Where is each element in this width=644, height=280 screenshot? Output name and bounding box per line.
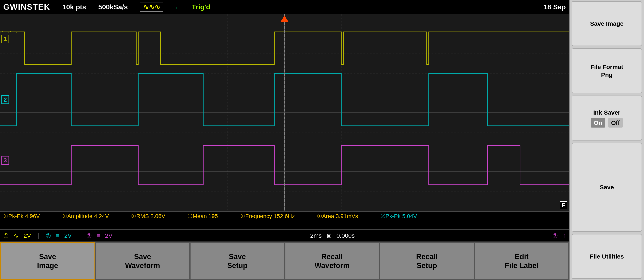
bottom-button-bar: Save Image Save Waveform Save Setup Reca… xyxy=(0,242,569,280)
file-utilities-button[interactable]: File Utilities xyxy=(572,234,642,279)
ch3-scale-value: 2V xyxy=(105,232,112,239)
file-format-label: File Format Png xyxy=(590,63,623,79)
waveform-overlay xyxy=(0,14,569,211)
ch1-scale-value: 2V xyxy=(24,232,31,239)
ch2-scale-icon: ② xyxy=(46,232,51,239)
measurements-bar: ①Pk-Pk 4.96V ①Amplitude 4.24V ①RMS 2.06V… xyxy=(0,211,569,229)
header-bar: GWINSTEK 10k pts 500kSa/s ∿∿∿ ⌐ Trig'd 1… xyxy=(0,0,569,14)
ink-saver-button[interactable]: Ink Saver On Off xyxy=(572,96,642,140)
save-image-button[interactable]: Save Image xyxy=(0,242,95,280)
meas-amplitude: ①Amplitude 4.24V xyxy=(62,213,109,228)
ch2-label: 2 xyxy=(2,95,9,104)
meas-mean: ①Mean 195 xyxy=(188,213,218,228)
file-format-button[interactable]: File Format Png xyxy=(572,48,642,93)
meas-pkpk2: ②Pk-Pk 5.04V xyxy=(380,213,417,228)
waveform-indicator: ∿∿∿ xyxy=(140,2,164,12)
ink-saver-label: Ink Saver xyxy=(593,108,620,116)
ch1-label: 1 xyxy=(2,35,9,43)
ch2-wave-icon: ≡ xyxy=(56,232,60,239)
trig-status: Trig'd xyxy=(192,3,210,11)
ch3-label: 3 xyxy=(2,156,9,165)
scale-bar: ① ∿ 2V | ② ≡ 2V | ③ ≡ 2V 2ms ⊠ 0.000s ③ … xyxy=(0,229,569,242)
save-right-label: Save xyxy=(600,183,614,191)
time-delay-icon: ⊠ xyxy=(326,232,332,239)
trig-icon: ⌐ xyxy=(176,3,180,11)
sample-rate-display: 500kSa/s xyxy=(98,3,128,11)
ink-off-option[interactable]: Off xyxy=(608,118,623,128)
meas-area: ①Area 3.91mVs xyxy=(317,213,358,228)
save-waveform-button[interactable]: Save Waveform xyxy=(95,242,190,280)
ch3-wave-icon: ≡ xyxy=(97,232,100,239)
trig-direction-icon: ↑ xyxy=(563,232,566,239)
ch3-scale-icon: ③ xyxy=(86,232,92,239)
save-image-right-button[interactable]: Save Image xyxy=(572,1,642,46)
ch1-wave-icon: ∿ xyxy=(14,232,19,239)
right-panel: Save Image File Format Png Ink Saver On … xyxy=(569,0,644,280)
meas-pkpk1: ①Pk-Pk 4.96V xyxy=(3,213,40,228)
ink-saver-options: On Off xyxy=(591,118,623,128)
file-utilities-label: File Utilities xyxy=(590,253,624,260)
meas-freq: ①Frequency 152.6Hz xyxy=(240,213,295,228)
meas-rms: ①RMS 2.06V xyxy=(131,213,165,228)
svg-marker-22 xyxy=(280,15,288,22)
time-scale-value: 2ms xyxy=(310,232,322,239)
oscilloscope-display: 1 2 3 F xyxy=(0,14,569,211)
trig-ch-label: ③ xyxy=(552,232,558,239)
time-delay-value: 0.000s xyxy=(336,232,355,239)
recall-setup-button[interactable]: Recall Setup xyxy=(380,242,474,280)
pts-display: 10k pts xyxy=(62,3,86,11)
ink-on-option[interactable]: On xyxy=(591,118,605,128)
save-image-right-label: Save Image xyxy=(590,20,624,27)
date-display: 18 Sep xyxy=(544,3,566,11)
f-icon: F xyxy=(560,201,567,209)
ch2-scale-value: 2V xyxy=(64,232,72,239)
save-right-button[interactable]: Save xyxy=(572,143,642,232)
save-setup-button[interactable]: Save Setup xyxy=(190,242,285,280)
edit-file-label-button[interactable]: Edit File Label xyxy=(474,242,569,280)
ch1-scale-icon: ① xyxy=(3,232,9,239)
recall-waveform-button[interactable]: Recall Waveform xyxy=(285,242,380,280)
brand-logo: GWINSTEK xyxy=(3,2,50,11)
